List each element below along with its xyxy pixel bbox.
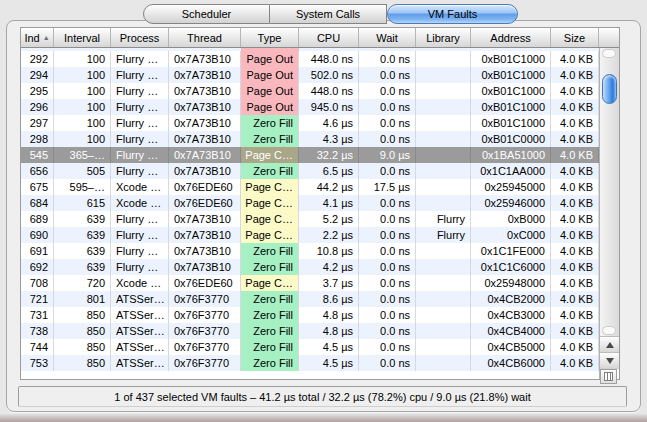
table-body: 292100Flurry …0x7A73B10Page Out448.0 ns0… [21, 48, 599, 379]
status-text: 1 of 437 selected VM faults – 41.2 µs to… [114, 391, 530, 403]
table-row[interactable]: 744850ATSSer…0x76F3770Zero Fill4.5 µs0.0… [21, 339, 599, 355]
cell-address: 0x1BA51000 [471, 147, 551, 163]
cell-size: 4.0 KB [551, 195, 599, 211]
column-header-address[interactable]: Address [471, 28, 551, 47]
table-row[interactable]: 753850ATSSer…0x76F3770Zero Fill4.5 µs0.0… [21, 355, 599, 371]
cell-size: 4.0 KB [551, 275, 599, 291]
cell-size: 4.0 KB [551, 99, 599, 115]
column-header-cpu[interactable]: CPU [299, 28, 359, 47]
column-header-wait[interactable]: Wait [359, 28, 416, 47]
vertical-scrollbar[interactable] [599, 48, 619, 379]
scrollbar-thumb[interactable] [602, 74, 617, 104]
cell-size: 4.0 KB [551, 291, 599, 307]
cell-process: Flurry … [111, 147, 169, 163]
scroll-up-button[interactable] [600, 336, 619, 352]
table-row[interactable]: 731850ATSSer…0x76F3770Zero Fill4.8 µs0.0… [21, 307, 599, 323]
table-row[interactable]: 691639Flurry …0x7A73B10Zero Fill10.8 µs0… [21, 243, 599, 259]
cell-interval: 850 [54, 323, 111, 339]
table-row[interactable]: 298100Flurry …0x7A73B10Zero Fill4.3 µs0.… [21, 131, 599, 147]
cell-cpu: 4.1 µs [299, 195, 359, 211]
column-header-type[interactable]: Type [241, 28, 299, 47]
table-row[interactable]: 721801ATSSer…0x76F3770Zero Fill8.6 µs0.0… [21, 291, 599, 307]
cell-process: ATSSer… [111, 323, 169, 339]
cell-size: 4.0 KB [551, 83, 599, 99]
cell-ind: 292 [21, 51, 54, 67]
table-row[interactable]: 689639Flurry …0x7A73B10Page C…5.2 µs0.0 … [21, 211, 599, 227]
table-header-row: Ind▲IntervalProcessThreadTypeCPUWaitLibr… [21, 28, 619, 48]
cell-address: 0x1C1C6000 [471, 259, 551, 275]
table-row[interactable]: 545365–…Flurry …0x7A73B10Page C…32.2 µs9… [21, 147, 599, 163]
cell-thread: 0x76F3770 [169, 323, 241, 339]
partial-row[interactable] [21, 48, 599, 51]
cell-ind: 708 [21, 275, 54, 291]
status-bar: 1 of 437 selected VM faults – 41.2 µs to… [18, 386, 627, 407]
cell-ind: 721 [21, 291, 54, 307]
cell-ind: 675 [21, 179, 54, 195]
cell-wait: 0.0 ns [359, 67, 416, 83]
cell-thread: 0x76F3770 [169, 307, 241, 323]
table-row[interactable]: 292100Flurry …0x7A73B10Page Out448.0 ns0… [21, 51, 599, 67]
column-header-thread[interactable]: Thread [169, 28, 241, 47]
scroll-down-button[interactable] [600, 352, 619, 368]
cell-wait: 0.0 ns [359, 355, 416, 371]
cell-type: Zero Fill [241, 291, 299, 307]
column-header-library[interactable]: Library [416, 28, 471, 47]
cell-ind: 689 [21, 211, 54, 227]
table-row[interactable]: 675595–…Xcode …0x76EDE60Page C…44.2 µs17… [21, 179, 599, 195]
cell-size: 4.0 KB [551, 147, 599, 163]
cell-cpu: 4.6 µs [299, 115, 359, 131]
tab-vm-faults[interactable]: VM Faults [387, 4, 518, 24]
cell-process: Xcode … [111, 275, 169, 291]
scrollbar-track[interactable] [600, 48, 619, 336]
table-row[interactable]: 692639Flurry …0x7A73B10Zero Fill4.2 µs0.… [21, 259, 599, 275]
cell-type: Page C… [241, 179, 299, 195]
table-row[interactable]: 296100Flurry …0x7A73B10Page Out945.0 ns0… [21, 99, 599, 115]
cell-ind: 296 [21, 99, 54, 115]
tab-scheduler[interactable]: Scheduler [143, 4, 270, 24]
tab-system-calls[interactable]: System Calls [270, 4, 387, 24]
cell-interval: 720 [54, 275, 111, 291]
cell-process: Flurry … [111, 131, 169, 147]
cell-type: Page Out [241, 83, 299, 99]
column-header-interval[interactable]: Interval [54, 28, 111, 47]
cell-ind: 295 [21, 83, 54, 99]
cell-size: 4.0 KB [551, 355, 599, 371]
column-options-button[interactable] [600, 369, 617, 384]
tab-bar: Scheduler System Calls VM Faults [143, 4, 518, 24]
cell-interval: 100 [54, 115, 111, 131]
table-row[interactable]: 295100Flurry …0x7A73B10Page Out448.0 ns0… [21, 83, 599, 99]
cell-type: Zero Fill [241, 163, 299, 179]
column-header-size[interactable]: Size [551, 28, 599, 47]
cell-ind: 690 [21, 227, 54, 243]
table-row[interactable]: 738850ATSSer…0x76F3770Zero Fill4.8 µs0.0… [21, 323, 599, 339]
cell-size: 4.0 KB [551, 51, 599, 67]
cell-address: 0x4CB5000 [471, 339, 551, 355]
column-header-ind[interactable]: Ind▲ [21, 28, 54, 47]
cell-type: Zero Fill [241, 259, 299, 275]
cell-interval: 595–… [54, 179, 111, 195]
table-row[interactable]: 297100Flurry …0x7A73B10Zero Fill4.6 µs0.… [21, 115, 599, 131]
cell-interval: 639 [54, 243, 111, 259]
table-row[interactable]: 690639Flurry …0x7A73B10Page C…2.2 µs0.0 … [21, 227, 599, 243]
cell-thread: 0x7A73B10 [169, 259, 241, 275]
cell-interval: 639 [54, 227, 111, 243]
cell-library [416, 147, 471, 163]
table-row[interactable]: 708720Xcode …0x76EDE60Page C…3.7 µs0.0 n… [21, 275, 599, 291]
column-header-process[interactable]: Process [111, 28, 169, 47]
cell-interval: 639 [54, 211, 111, 227]
cell-interval: 100 [54, 99, 111, 115]
cell-library [416, 275, 471, 291]
table-row[interactable]: 656505Flurry …0x7A73B10Zero Fill6.5 µs0.… [21, 163, 599, 179]
cell-interval: 100 [54, 83, 111, 99]
cell-library [416, 307, 471, 323]
cell-cpu: 4.8 µs [299, 307, 359, 323]
cell-cpu: 4.5 µs [299, 355, 359, 371]
cell-ind: 297 [21, 115, 54, 131]
cell-thread: 0x7A73B10 [169, 51, 241, 67]
table-row[interactable]: 684615Xcode …0x76EDE60Page C…4.1 µs0.0 n… [21, 195, 599, 211]
cell-cpu: 32.2 µs [299, 147, 359, 163]
cell-process: Flurry … [111, 259, 169, 275]
arrow-down-icon [606, 358, 614, 364]
cell-cpu: 502.0 ns [299, 67, 359, 83]
table-row[interactable]: 294100Flurry …0x7A73B10Page Out502.0 ns0… [21, 67, 599, 83]
